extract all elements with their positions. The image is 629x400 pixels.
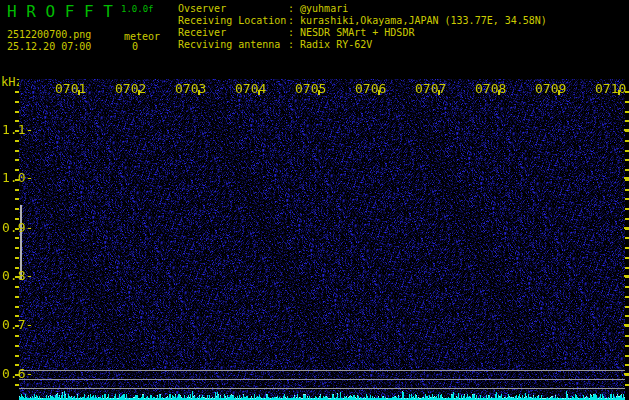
x-tick-label: 0705 bbox=[295, 82, 326, 96]
app-version: 1.0.0f bbox=[121, 5, 154, 15]
y-minor-tick-right bbox=[625, 257, 629, 259]
y-minor-tick-left bbox=[15, 286, 19, 288]
x-tick-mark bbox=[318, 90, 320, 95]
y-minor-tick-right bbox=[625, 101, 629, 103]
y-minor-tick-right bbox=[625, 228, 629, 230]
x-tick-label: 0709 bbox=[535, 82, 566, 96]
y-minor-tick-right bbox=[625, 237, 629, 239]
signal-level-gridline bbox=[19, 379, 625, 380]
meteor-count: 0 bbox=[132, 41, 138, 52]
y-minor-tick-left bbox=[15, 384, 19, 386]
signal-level-gridline bbox=[19, 370, 625, 371]
y-minor-tick-right bbox=[625, 218, 629, 220]
y-minor-tick-right bbox=[625, 247, 629, 249]
y-minor-tick-left bbox=[15, 140, 19, 142]
y-minor-tick-left bbox=[15, 315, 19, 317]
y-minor-tick-right bbox=[625, 315, 629, 317]
y-minor-tick-right bbox=[625, 325, 629, 327]
y-minor-tick-right bbox=[625, 296, 629, 298]
x-tick-label: 0702 bbox=[115, 82, 146, 96]
y-minor-tick-left bbox=[15, 208, 19, 210]
y-minor-tick-left bbox=[15, 374, 19, 376]
y-minor-tick-right bbox=[625, 335, 629, 337]
station-info-label: Ovserver bbox=[178, 3, 288, 15]
x-tick-label: 0707 bbox=[415, 82, 446, 96]
x-tick-label: 0706 bbox=[355, 82, 386, 96]
y-minor-tick-left bbox=[15, 355, 19, 357]
x-tick-mark bbox=[78, 90, 80, 95]
y-minor-tick-left bbox=[15, 130, 19, 132]
y-minor-tick-left bbox=[15, 91, 19, 93]
station-info-value: : NESDR SMArt + HDSDR bbox=[288, 27, 414, 38]
station-info-value: : kurashiki,Okayama,JAPAN (133.77E, 34.5… bbox=[288, 15, 547, 26]
y-minor-tick-left bbox=[15, 335, 19, 337]
signal-level-gridline bbox=[19, 388, 625, 389]
spectrogram-canvas bbox=[19, 79, 625, 400]
y-minor-tick-left bbox=[15, 276, 19, 278]
y-minor-tick-left bbox=[15, 111, 19, 113]
output-filename: 2512200700.png bbox=[7, 29, 91, 40]
station-info-label: Recviving antenna bbox=[178, 39, 288, 51]
mode-label: meteor bbox=[124, 31, 160, 42]
station-info-value: : Radix RY-62V bbox=[288, 39, 372, 50]
y-minor-tick-right bbox=[625, 384, 629, 386]
x-tick-mark bbox=[618, 90, 620, 95]
y-minor-tick-left bbox=[15, 257, 19, 259]
y-minor-tick-left bbox=[15, 325, 19, 327]
y-minor-tick-right bbox=[625, 208, 629, 210]
y-minor-tick-left bbox=[15, 179, 19, 181]
x-tick-mark bbox=[198, 90, 200, 95]
y-minor-tick-right bbox=[625, 198, 629, 200]
y-minor-tick-left bbox=[15, 345, 19, 347]
y-minor-tick-right bbox=[625, 306, 629, 308]
station-info-label: Receiving Location bbox=[178, 15, 288, 27]
x-tick-mark bbox=[258, 90, 260, 95]
x-tick-mark bbox=[558, 90, 560, 95]
x-tick-mark bbox=[138, 90, 140, 95]
x-tick-mark bbox=[498, 90, 500, 95]
y-minor-tick-left bbox=[15, 228, 19, 230]
y-minor-tick-right bbox=[625, 111, 629, 113]
y-minor-tick-right bbox=[625, 355, 629, 357]
y-minor-tick-left bbox=[15, 267, 19, 269]
y-minor-tick-left bbox=[15, 306, 19, 308]
y-minor-tick-right bbox=[625, 286, 629, 288]
y-minor-tick-right bbox=[625, 150, 629, 152]
x-tick-label: 0708 bbox=[475, 82, 506, 96]
y-minor-tick-left bbox=[15, 150, 19, 152]
station-info-row: Receiver: NESDR SMArt + HDSDR bbox=[178, 27, 547, 39]
y-minor-tick-right bbox=[625, 364, 629, 366]
y-minor-tick-left bbox=[15, 296, 19, 298]
x-tick-mark bbox=[378, 90, 380, 95]
y-minor-tick-right bbox=[625, 345, 629, 347]
station-info-row: Ovserver: @yuhmari bbox=[178, 3, 547, 15]
x-tick-label: 0704 bbox=[235, 82, 266, 96]
y-minor-tick-right bbox=[625, 120, 629, 122]
hrofft-window: H R O F F T 1.0.0f 2512200700.png meteor… bbox=[0, 0, 629, 400]
y-minor-tick-right bbox=[625, 179, 629, 181]
datetime-label: 25.12.20 07:00 bbox=[7, 41, 91, 52]
y-minor-tick-left bbox=[15, 189, 19, 191]
y-minor-tick-right bbox=[625, 276, 629, 278]
y-minor-tick-left bbox=[15, 364, 19, 366]
app-title: H R O F F T bbox=[7, 3, 113, 21]
x-tick-mark bbox=[438, 90, 440, 95]
y-minor-tick-left bbox=[15, 169, 19, 171]
y-minor-tick-right bbox=[625, 267, 629, 269]
station-info-label: Receiver bbox=[178, 27, 288, 39]
y-minor-tick-left bbox=[15, 198, 19, 200]
y-minor-tick-left bbox=[15, 247, 19, 249]
y-minor-tick-left bbox=[15, 159, 19, 161]
x-tick-label: 0703 bbox=[175, 82, 206, 96]
station-info-block: Ovserver: @yuhmariReceiving Location: ku… bbox=[178, 3, 547, 51]
station-info-row: Recviving antenna: Radix RY-62V bbox=[178, 39, 547, 51]
y-minor-tick-right bbox=[625, 159, 629, 161]
x-tick-label: 0701 bbox=[55, 82, 86, 96]
x-tick-label: 0710 bbox=[595, 82, 626, 96]
y-minor-tick-right bbox=[625, 189, 629, 191]
y-minor-tick-right bbox=[625, 91, 629, 93]
y-minor-tick-left bbox=[15, 218, 19, 220]
station-info-row: Receiving Location: kurashiki,Okayama,JA… bbox=[178, 15, 547, 27]
y-minor-tick-left bbox=[15, 237, 19, 239]
y-minor-tick-right bbox=[625, 374, 629, 376]
